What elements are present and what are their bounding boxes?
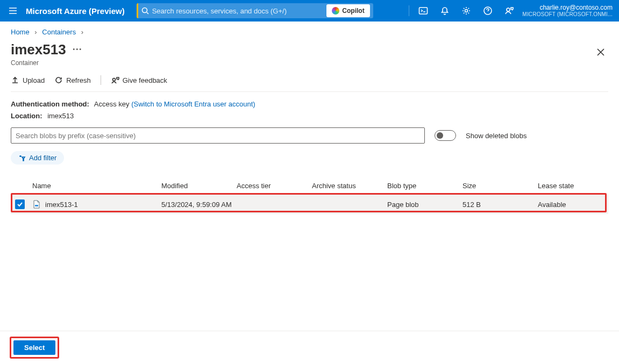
col-archive-status[interactable]: Archive status [312, 182, 387, 190]
global-search[interactable]: Copilot [137, 3, 373, 18]
show-deleted-toggle[interactable] [435, 130, 456, 141]
location-value: imex513 [47, 112, 74, 120]
settings-button[interactable] [456, 0, 477, 22]
breadcrumb-containers[interactable]: Containers [42, 28, 76, 36]
help-button[interactable] [477, 0, 499, 22]
resource-type-label: Container [11, 59, 82, 67]
svg-point-5 [112, 78, 115, 81]
user-account[interactable]: charlie.roy@contoso.com MICROSOFT (MICRO… [522, 4, 613, 18]
svg-point-2 [465, 10, 468, 12]
filter-icon [18, 154, 26, 162]
row-checkbox[interactable] [15, 199, 25, 209]
notifications-button[interactable] [434, 0, 456, 22]
copilot-label: Copilot [342, 7, 364, 15]
close-icon [596, 48, 605, 56]
help-icon [483, 6, 493, 16]
chevron-right-icon: › [81, 28, 83, 36]
feedback-icon [111, 76, 119, 84]
col-size[interactable]: Size [463, 182, 538, 190]
auth-method-value: Access key [94, 100, 130, 108]
feedback-label: Give feedback [123, 76, 167, 84]
cell-size: 512 B [463, 201, 538, 209]
show-deleted-label: Show deleted blobs [466, 132, 526, 140]
table-row[interactable]: imex513-1 5/13/2024, 9:59:09 AM Page blo… [11, 195, 608, 214]
col-name[interactable]: Name [32, 182, 161, 190]
cell-name: imex513-1 [45, 201, 78, 209]
refresh-button[interactable]: Refresh [54, 76, 91, 84]
hamburger-icon [8, 6, 18, 16]
breadcrumb-home[interactable]: Home [11, 28, 30, 36]
cloud-shell-button[interactable] [412, 0, 434, 22]
refresh-label: Refresh [66, 76, 91, 84]
separator [101, 75, 101, 85]
bell-icon [440, 6, 450, 16]
switch-auth-link[interactable]: (Switch to Microsoft Entra user account) [131, 100, 255, 108]
copilot-icon [332, 7, 339, 15]
menu-button[interactable] [0, 6, 26, 16]
col-blob-type[interactable]: Blob type [387, 182, 463, 190]
top-nav-bar: Microsoft Azure (Preview) Copilot charli… [0, 0, 619, 22]
blob-search-input[interactable] [11, 127, 425, 144]
cell-modified: 5/13/2024, 9:59:09 AM [161, 201, 237, 209]
user-directory: MICROSOFT (MICROSOFT.ONMI... [522, 11, 613, 18]
add-filter-button[interactable]: Add filter [11, 151, 64, 165]
svg-rect-6 [35, 205, 38, 206]
svg-point-4 [507, 8, 510, 11]
refresh-icon [54, 76, 63, 84]
upload-label: Upload [23, 76, 45, 84]
add-filter-label: Add filter [29, 154, 56, 162]
select-button[interactable]: Select [13, 340, 55, 355]
highlight-annotation-select: Select [10, 337, 59, 359]
copilot-button[interactable]: Copilot [326, 4, 369, 17]
more-actions-button[interactable]: ··· [73, 44, 82, 55]
col-access-tier[interactable]: Access tier [237, 182, 312, 190]
feedback-icon-button[interactable] [499, 0, 520, 22]
breadcrumb: Home › Containers › [11, 28, 608, 36]
file-icon [32, 200, 41, 209]
auth-method-label: Authentication method: [11, 100, 89, 108]
table-header: Name Modified Access tier Archive status… [11, 176, 608, 195]
terminal-icon [418, 6, 428, 16]
user-email: charlie.roy@contoso.com [522, 4, 613, 11]
blob-table: Name Modified Access tier Archive status… [11, 176, 608, 214]
brand-label[interactable]: Microsoft Azure (Preview) [26, 6, 125, 16]
page-title: imex513 [11, 41, 66, 58]
location-label: Location: [11, 112, 42, 120]
col-lease-state[interactable]: Lease state [538, 182, 608, 190]
person-feedback-icon [504, 6, 514, 16]
give-feedback-button[interactable]: Give feedback [111, 76, 167, 84]
check-icon [17, 201, 23, 208]
search-icon [141, 7, 149, 15]
upload-icon [11, 76, 19, 84]
upload-button[interactable]: Upload [11, 76, 45, 84]
col-modified[interactable]: Modified [161, 182, 237, 190]
chevron-right-icon: › [34, 28, 37, 36]
info-block: Authentication method: Access key (Switc… [11, 98, 608, 122]
svg-point-0 [142, 8, 147, 13]
cell-lease-state: Available [538, 201, 608, 209]
global-search-input[interactable] [152, 7, 327, 15]
command-bar: Upload Refresh Give feedback [11, 75, 608, 92]
cell-blob-type: Page blob [387, 201, 463, 209]
close-button[interactable] [593, 45, 608, 60]
footer-bar: Select [0, 331, 619, 364]
gear-icon [461, 6, 471, 16]
svg-rect-1 [419, 8, 428, 14]
